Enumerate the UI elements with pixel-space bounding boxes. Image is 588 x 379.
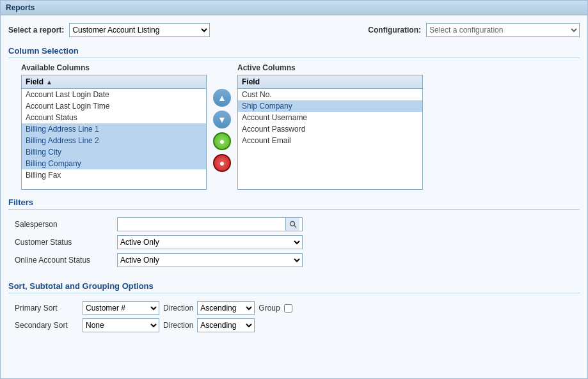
list-item[interactable]: Cust No.	[238, 89, 422, 100]
sort-area: Primary Sort Customer # None Account Use…	[8, 298, 580, 338]
available-columns-header: Field ▲	[22, 75, 206, 89]
main-content: Select a report: Customer Account Listin…	[1, 15, 587, 378]
report-dropdown[interactable]: Customer Account Listing	[69, 23, 210, 37]
salesperson-input-container	[117, 217, 303, 231]
list-item[interactable]: Billing Address Line 1	[22, 123, 206, 135]
list-item[interactable]: Account Password	[238, 123, 422, 135]
primary-sort-row: Primary Sort Customer # None Account Use…	[15, 301, 573, 315]
svg-line-1	[294, 226, 296, 228]
online-status-label: Online Account Status	[15, 256, 117, 265]
config-selector-area: Configuration: Select a configuration	[368, 23, 580, 37]
customer-status-filter-row: Customer Status Active Only Inactive Onl…	[15, 235, 573, 249]
sort-section: Sort, Subtotal and Grouping Options Prim…	[8, 281, 580, 338]
column-selection-section: Column Selection Available Columns Field…	[8, 46, 580, 190]
active-columns-list[interactable]: Field Cust No. Ship Company Account User…	[237, 75, 423, 190]
list-item[interactable]: Billing City	[22, 146, 206, 158]
available-columns-panel: Available Columns Field ▲ Account Last L…	[21, 63, 207, 190]
config-dropdown[interactable]: Select a configuration	[426, 23, 580, 37]
secondary-direction-dropdown[interactable]: Ascending Descending	[197, 318, 255, 332]
active-columns-header: Field	[238, 75, 422, 89]
column-selection-title: Column Selection	[8, 46, 580, 58]
primary-direction-dropdown[interactable]: Ascending Descending	[197, 301, 255, 315]
filters-area: Salesperson Customer Status	[8, 215, 580, 274]
list-item[interactable]: Billing Company	[22, 158, 206, 169]
svg-point-0	[290, 222, 294, 226]
sort-title: Sort, Subtotal and Grouping Options	[8, 281, 580, 293]
list-item[interactable]: Account Username	[238, 112, 422, 123]
customer-status-label: Customer Status	[15, 238, 117, 247]
secondary-sort-row: Secondary Sort None Customer # Account U…	[15, 318, 573, 332]
online-status-filter-row: Online Account Status Active Only Inacti…	[15, 253, 573, 267]
group-label: Group	[258, 304, 280, 313]
salesperson-search-button[interactable]	[285, 218, 299, 231]
column-action-buttons: ▲ ▼ ● ●	[213, 63, 231, 172]
active-columns-title: Active Columns	[237, 63, 423, 72]
list-item[interactable]: Account Last Login Time	[22, 100, 206, 112]
columns-area: Available Columns Field ▲ Account Last L…	[8, 63, 580, 190]
primary-sort-dropdown[interactable]: Customer # None Account Username Ship Co…	[83, 301, 159, 315]
move-down-button[interactable]: ▼	[213, 111, 231, 128]
list-item[interactable]: Billing Fax	[22, 169, 206, 181]
list-item[interactable]: Account Email	[238, 135, 422, 146]
active-columns-panel: Active Columns Field Cust No. Ship Compa…	[237, 63, 423, 190]
available-columns-list[interactable]: Field ▲ Account Last Login Date Account …	[21, 75, 207, 190]
report-label: Select a report:	[8, 26, 64, 35]
list-item[interactable]: Ship Company	[238, 100, 422, 112]
filters-section: Filters Salesperson	[8, 197, 580, 274]
top-row: Select a report: Customer Account Listin…	[8, 20, 580, 40]
add-column-button[interactable]: ●	[213, 132, 231, 150]
reports-window: Reports Select a report: Customer Accoun…	[0, 0, 588, 379]
online-status-dropdown[interactable]: Active Only Inactive Only All	[117, 253, 303, 267]
title-bar: Reports	[1, 1, 587, 15]
group-checkbox[interactable]	[284, 304, 292, 313]
primary-sort-label: Primary Sort	[15, 304, 79, 313]
move-up-button[interactable]: ▲	[213, 89, 231, 107]
window-title: Reports	[6, 3, 35, 12]
secondary-direction-label: Direction	[163, 321, 193, 330]
customer-status-dropdown[interactable]: Active Only Inactive Only All	[117, 235, 303, 249]
available-columns-title: Available Columns	[21, 63, 207, 72]
salesperson-input[interactable]	[118, 218, 285, 231]
list-item[interactable]: Account Status	[22, 112, 206, 123]
search-icon	[289, 220, 297, 228]
remove-column-button[interactable]: ●	[213, 154, 231, 172]
filters-title: Filters	[8, 197, 580, 210]
list-item[interactable]: Account Last Login Date	[22, 89, 206, 100]
salesperson-label: Salesperson	[15, 220, 117, 229]
secondary-sort-label: Secondary Sort	[15, 321, 79, 330]
list-item[interactable]: Billing Address Line 2	[22, 135, 206, 146]
sort-arrow-icon: ▲	[46, 79, 52, 86]
secondary-sort-dropdown[interactable]: None Customer # Account Username	[83, 318, 159, 332]
config-label: Configuration:	[368, 26, 421, 35]
primary-direction-label: Direction	[163, 304, 193, 313]
report-selector-area: Select a report: Customer Account Listin…	[8, 23, 210, 37]
salesperson-filter-row: Salesperson	[15, 217, 573, 231]
